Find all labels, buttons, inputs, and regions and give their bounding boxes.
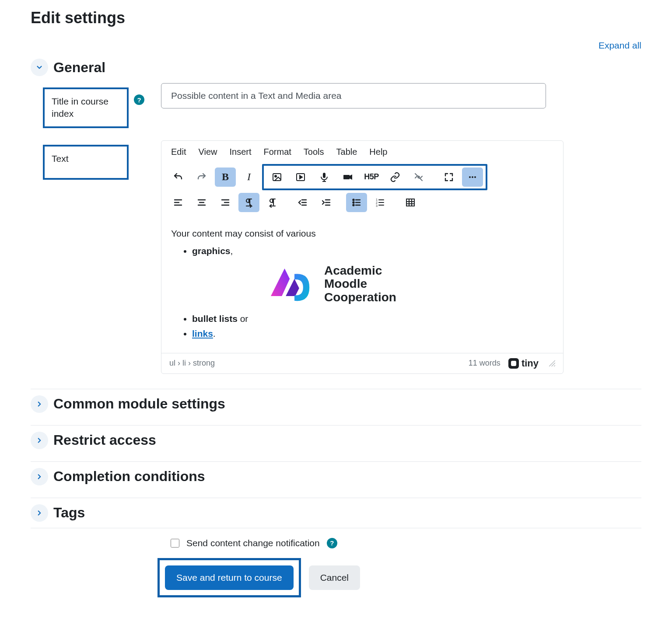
svg-rect-4 [323,173,326,178]
rich-text-editor: Edit View Insert Format Tools Table Help [161,140,564,374]
row-title-in-index: Title in course index ? [31,80,641,137]
table-icon[interactable] [400,193,421,212]
menu-help[interactable]: Help [369,147,387,157]
microphone-icon[interactable] [314,167,335,187]
list-suffix: , [231,246,233,256]
notify-label: Send content change notification [186,538,320,548]
section-title: General [53,59,105,76]
content-intro-text: Your content may consist of various [171,227,553,240]
title-input[interactable] [161,83,546,108]
notify-row: Send content change notification ? [31,528,641,558]
logo-line: Cooperation [324,291,396,304]
numbered-list-icon[interactable]: 123 [370,193,391,212]
section-header-general[interactable]: General [31,55,641,80]
svg-point-11 [472,176,473,178]
tiny-logo-icon [508,358,519,369]
align-center-icon[interactable] [191,193,212,212]
svg-point-1 [275,175,276,177]
list-bullet: bullet lists [192,314,238,324]
amc-logo-text: Academic Moodle Cooperation [324,264,396,304]
unlink-icon[interactable] [408,167,429,187]
media-toolbar-highlight: H5P [262,164,487,190]
chevron-right-icon[interactable] [31,468,48,485]
editor-content-area[interactable]: Your content may consist of various grap… [161,219,563,353]
chevron-right-icon[interactable] [31,504,48,522]
save-highlight-box: Save and return to course [158,558,301,597]
align-left-icon[interactable] [168,193,189,212]
element-path[interactable]: ul › li › strong [169,359,215,368]
editor-statusbar: ul › li › strong 11 words tiny [161,353,563,373]
amc-logo-mark [266,265,315,304]
svg-marker-3 [300,175,302,179]
chevron-down-icon[interactable] [31,59,48,76]
menu-tools[interactable]: Tools [304,147,324,157]
cancel-button[interactable]: Cancel [309,565,360,590]
list-suffix: or [238,314,248,324]
link-icon[interactable] [385,167,406,187]
svg-text:3: 3 [376,204,378,207]
menu-table[interactable]: Table [336,147,357,157]
video-camera-icon[interactable] [337,167,358,187]
logo-line: Academic [324,264,396,278]
align-right-icon[interactable] [215,193,236,212]
list-graphics: graphics [192,246,231,256]
menu-edit[interactable]: Edit [171,147,186,157]
help-icon[interactable]: ? [327,538,337,548]
image-icon[interactable] [266,167,287,187]
fullscreen-icon[interactable] [438,167,459,187]
notify-checkbox[interactable] [171,539,179,548]
resize-grip-icon[interactable] [549,360,555,366]
more-icon[interactable] [462,167,483,187]
bullet-list-icon[interactable] [346,193,367,212]
section-header-common[interactable]: Common module settings [31,389,641,419]
editor-toolbar: B I [161,161,563,219]
row-text: Text Edit View Insert Format Tools Table… [31,137,641,383]
svg-text:2: 2 [376,201,378,204]
svg-point-29 [353,202,354,203]
italic-button[interactable]: I [238,167,259,187]
page-title: Edit settings [31,9,641,27]
media-play-icon[interactable] [290,167,311,187]
undo-icon[interactable] [168,167,189,187]
section-title: Restrict access [53,432,156,448]
section-header-tags[interactable]: Tags [31,498,641,528]
h5p-button[interactable]: H5P [361,167,382,187]
svg-point-10 [469,176,471,178]
logo-line: Moodle [324,277,396,291]
expand-all-link[interactable]: Expand all [598,40,641,50]
actions-row: Save and return to course Cancel [31,558,641,597]
indent-icon[interactable] [316,193,337,212]
list-item: links. [192,327,553,340]
list-suffix: . [213,328,216,338]
chevron-right-icon[interactable] [31,395,48,413]
menu-insert[interactable]: Insert [229,147,251,157]
bold-button[interactable]: B [215,167,236,187]
chevron-right-icon[interactable] [31,432,48,449]
label-text: Text [43,145,129,180]
svg-text:1: 1 [376,198,378,201]
section-header-completion[interactable]: Completion conditions [31,462,641,492]
rtl-icon[interactable] [262,193,283,212]
help-icon[interactable]: ? [134,94,144,105]
save-button[interactable]: Save and return to course [165,565,294,590]
outdent-icon[interactable] [292,193,313,212]
word-count: 11 words [469,359,500,368]
svg-point-30 [353,204,354,206]
tiny-branding[interactable]: tiny [508,358,539,369]
section-title: Completion conditions [53,468,205,485]
menu-view[interactable]: View [198,147,217,157]
list-links[interactable]: links [192,328,213,338]
section-title: Tags [53,505,85,521]
svg-marker-8 [350,174,352,180]
section-header-restrict[interactable]: Restrict access [31,426,641,455]
svg-rect-0 [273,174,281,181]
ltr-icon[interactable] [238,193,259,212]
section-title: Common module settings [53,396,225,412]
menu-format[interactable]: Format [264,147,291,157]
redo-icon[interactable] [191,167,212,187]
list-item: bullet lists or [192,312,553,325]
svg-point-28 [353,199,354,200]
list-item: graphics, [192,244,553,311]
svg-rect-40 [406,199,414,206]
svg-point-12 [474,176,476,178]
